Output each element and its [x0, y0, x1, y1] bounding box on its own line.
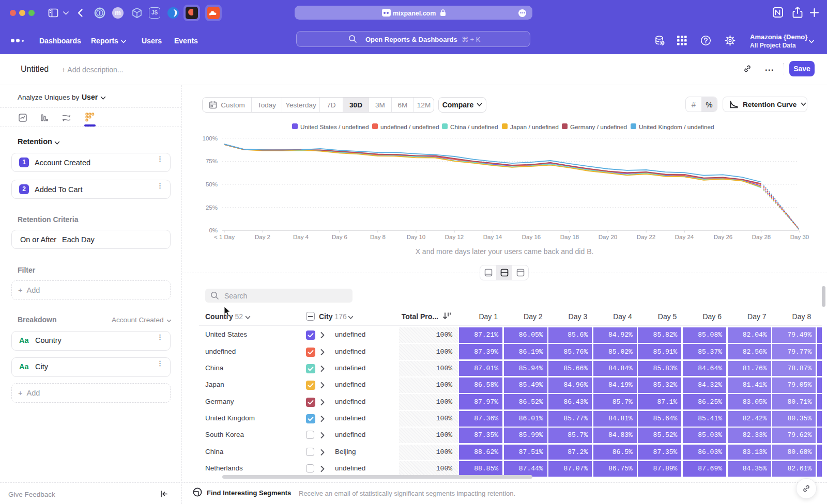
- svg-text:Day 16: Day 16: [522, 234, 541, 240]
- svg-text:Day 14: Day 14: [483, 234, 502, 240]
- svg-text:Day 8: Day 8: [370, 234, 386, 240]
- svg-text:Day 12: Day 12: [445, 234, 464, 240]
- svg-text:Day 10: Day 10: [407, 234, 425, 240]
- svg-text:Day 24: Day 24: [675, 234, 694, 240]
- svg-text:50%: 50%: [206, 181, 218, 187]
- svg-text:< 1 Day: < 1 Day: [214, 234, 235, 240]
- svg-text:Day 18: Day 18: [560, 234, 579, 240]
- svg-text:Day 20: Day 20: [599, 234, 617, 240]
- svg-text:Day 22: Day 22: [637, 234, 655, 240]
- svg-text:Day 6: Day 6: [332, 234, 347, 240]
- svg-text:Day 26: Day 26: [714, 234, 732, 240]
- svg-text:Day 4: Day 4: [293, 234, 309, 240]
- svg-text:Day 2: Day 2: [255, 234, 270, 240]
- svg-text:Day 28: Day 28: [752, 234, 771, 240]
- svg-text:100%: 100%: [203, 135, 218, 141]
- svg-text:Day 30: Day 30: [790, 234, 809, 240]
- svg-text:75%: 75%: [206, 158, 218, 164]
- svg-text:25%: 25%: [206, 204, 218, 211]
- svg-text:0%: 0%: [209, 227, 218, 233]
